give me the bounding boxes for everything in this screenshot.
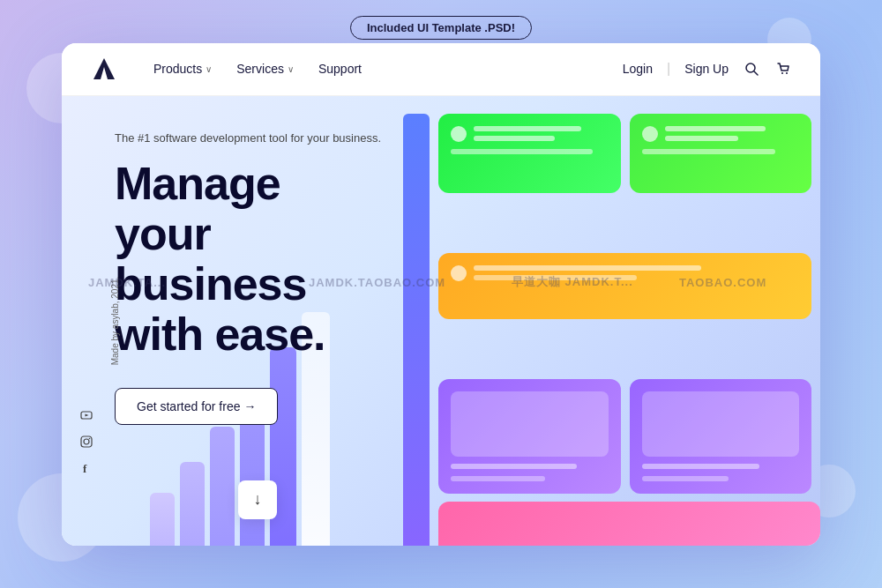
nav-divider: |: [667, 61, 670, 77]
browser-card: Products ∨ Services ∨ Support Login | Si…: [62, 43, 820, 546]
products-chevron-icon: ∨: [206, 64, 212, 74]
vertical-text: Made by asylab, 2021.: [110, 276, 120, 365]
card-lines-1: [474, 126, 609, 141]
signup-button[interactable]: Sign Up: [684, 62, 729, 76]
card-orange: [438, 253, 811, 319]
card-line-2: [474, 136, 555, 141]
card-purple-1: [438, 379, 621, 494]
purple-line-4: [642, 476, 729, 481]
search-icon[interactable]: [743, 60, 760, 78]
card-line-1: [474, 126, 581, 131]
cart-icon[interactable]: [774, 60, 792, 78]
card-green-1: [438, 114, 621, 193]
pink-bottom-bar: [438, 502, 820, 546]
orange-line-1: [474, 265, 701, 271]
card-line-6: [642, 149, 776, 154]
purple-line-2: [451, 476, 545, 481]
nav-right: Login | Sign Up: [623, 60, 792, 78]
nav-links: Products ∨ Services ∨ Support: [153, 62, 623, 76]
orange-dot: [451, 265, 467, 281]
right-cards-area: [403, 96, 820, 546]
nav-services[interactable]: Services ∨: [236, 62, 294, 76]
hero-subtitle: The #1 software development tool for you…: [115, 131, 406, 145]
services-chevron-icon: ∨: [288, 64, 294, 74]
purple-line-1: [451, 464, 577, 469]
logo: [90, 55, 118, 83]
purple-inner-2: [642, 391, 800, 457]
card-lines-2: [665, 126, 800, 141]
login-button[interactable]: Login: [623, 62, 653, 76]
card-line-5: [665, 136, 739, 141]
card-line-4: [665, 126, 766, 131]
card-purple-2: [630, 379, 812, 494]
svg-line-2: [754, 71, 758, 75]
card-green-2: [630, 114, 812, 193]
card-dot-1: [451, 126, 467, 142]
card-line-3: [451, 149, 593, 154]
purple-line-3: [642, 464, 760, 469]
svg-point-4: [786, 72, 788, 74]
purple-inner-1: [451, 391, 609, 457]
hero-section: Made by asylab, 2021. f: [62, 96, 820, 546]
cta-button[interactable]: Get started for free →: [115, 388, 278, 425]
top-badge: Included UI Template .PSD!: [350, 16, 532, 40]
navbar: Products ∨ Services ∨ Support Login | Si…: [62, 43, 820, 96]
orange-line-2: [474, 275, 637, 280]
hero-title: Manage your business with ease.: [115, 159, 406, 361]
nav-support[interactable]: Support: [318, 62, 362, 76]
svg-point-3: [781, 72, 783, 74]
nav-products[interactable]: Products ∨: [153, 62, 212, 76]
card-grid: [438, 105, 820, 546]
card-dot-2: [642, 126, 658, 142]
svg-marker-0: [93, 58, 115, 79]
